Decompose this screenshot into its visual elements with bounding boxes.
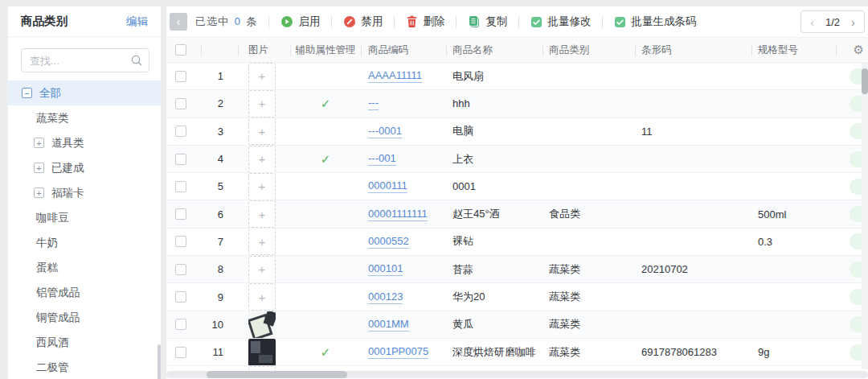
sidebar-tree-node[interactable]: 铝管成品 <box>8 280 161 305</box>
sidebar-tree-node[interactable]: −全部 <box>8 80 161 105</box>
next-page-button[interactable]: › <box>851 15 855 29</box>
product-code-link[interactable]: --- <box>368 97 379 110</box>
product-code-link[interactable]: 00001111111 <box>368 208 428 221</box>
row-checkbox[interactable] <box>175 181 186 192</box>
row-select-cell <box>166 63 201 89</box>
delete-icon <box>406 15 418 28</box>
sidebar-scrollbar[interactable] <box>158 344 161 379</box>
toolbar-button-label: 批量修改 <box>547 14 591 29</box>
row-checkbox[interactable] <box>175 98 186 109</box>
column-header-label[interactable]: 图片 <box>248 43 268 57</box>
collapse-sidebar-button[interactable]: ‹ <box>170 13 187 31</box>
row-checkbox[interactable] <box>175 208 186 220</box>
check-mark-icon: ✓ <box>321 345 331 360</box>
toolbar-button-copy[interactable]: 复制 <box>468 14 507 29</box>
product-image-cell: + <box>238 63 290 89</box>
table-row: 1+AAAA11111电风扇 <box>166 63 868 90</box>
row-checkbox[interactable] <box>175 126 186 137</box>
toolbar-button-batch-edit[interactable]: 批量修改 <box>530 14 591 29</box>
product-image-cell: + <box>238 90 290 117</box>
row-checkbox[interactable] <box>175 291 186 303</box>
row-checkbox[interactable] <box>175 319 186 330</box>
image-upload-placeholder[interactable]: + <box>248 229 276 255</box>
horizontal-scrollbar-thumb[interactable] <box>207 371 347 378</box>
barcode-cell <box>635 146 751 172</box>
row-checkbox[interactable] <box>175 236 186 247</box>
product-code-link[interactable]: ---0001 <box>368 125 402 138</box>
column-header-label[interactable]: 商品编码 <box>368 43 408 57</box>
sidebar-tree-node[interactable]: 西凤酒 <box>8 330 161 355</box>
product-code-link[interactable]: 0001MM <box>368 318 409 332</box>
row-index-cell: 4 <box>201 146 238 172</box>
product-code-link[interactable]: 0001PP0075 <box>368 345 428 359</box>
product-category-cell <box>542 146 635 172</box>
column-header-label[interactable]: 辅助属性管理 <box>296 43 356 57</box>
column-header-label[interactable]: 规格型号 <box>758 43 798 57</box>
select-all-checkbox[interactable] <box>175 44 186 56</box>
product-code-cell: ---0001 <box>361 118 446 145</box>
header-cell: 规格型号 <box>751 38 836 62</box>
row-select-cell <box>166 146 201 172</box>
product-category: 食品类 <box>549 207 580 221</box>
row-checkbox[interactable] <box>175 347 186 358</box>
column-settings-gear-icon[interactable]: ⚙ <box>854 43 864 57</box>
product-code-link[interactable]: 0000552 <box>368 235 409 249</box>
row-checkbox[interactable] <box>175 154 186 165</box>
product-code-cell: 0000552 <box>361 229 446 255</box>
sidebar-tree-node[interactable]: 蛋糕 <box>8 255 161 280</box>
collapse-node-icon[interactable]: − <box>22 88 32 98</box>
image-upload-placeholder[interactable]: + <box>248 90 276 117</box>
plus-icon: + <box>259 208 266 221</box>
expand-node-icon[interactable]: + <box>34 163 44 173</box>
sidebar-tree-node[interactable]: 牛奶 <box>8 230 161 255</box>
vertical-scrollbar-thumb[interactable] <box>862 68 868 94</box>
toolbar-button-disable[interactable]: 禁用 <box>343 14 383 29</box>
expand-node-icon[interactable]: + <box>34 187 44 198</box>
product-thumbnail[interactable] <box>248 311 276 338</box>
edit-categories-link[interactable]: 编辑 <box>126 14 148 29</box>
toolbar-button-batch-barcode[interactable]: 批量生成条码 <box>614 14 696 29</box>
image-upload-placeholder[interactable]: + <box>248 173 276 200</box>
toolbar-button-enable[interactable]: 启用 <box>280 14 320 29</box>
product-code-link[interactable]: 000123 <box>368 290 403 304</box>
image-upload-placeholder[interactable]: + <box>248 63 276 89</box>
sidebar-tree-node[interactable]: 蔬菜类 <box>8 105 161 130</box>
spec-model-cell <box>751 283 836 310</box>
toolbar-button-delete[interactable]: 删除 <box>406 14 444 29</box>
vertical-scrollbar[interactable] <box>862 63 868 369</box>
product-code-link[interactable]: AAAA11111 <box>368 69 422 83</box>
spec-model-cell <box>751 63 836 89</box>
column-header-label[interactable]: 商品类别 <box>549 43 589 57</box>
image-upload-placeholder[interactable]: + <box>248 256 276 282</box>
image-upload-placeholder[interactable]: + <box>248 200 276 227</box>
prev-page-button[interactable]: ‹ <box>810 15 814 29</box>
image-upload-placeholder[interactable]: + <box>248 283 276 310</box>
product-name-cell: 黄瓜 <box>446 311 542 338</box>
sidebar-tree-node[interactable]: 二极管 <box>8 355 161 379</box>
column-header-label[interactable]: 商品名称 <box>452 43 493 57</box>
product-thumbnail[interactable] <box>248 339 276 365</box>
image-upload-placeholder[interactable]: + <box>248 146 276 172</box>
sidebar-tree-node[interactable]: 咖啡豆 <box>8 205 161 230</box>
sidebar-tree-node[interactable]: +道具类 <box>8 130 161 155</box>
image-upload-placeholder[interactable]: + <box>248 118 276 145</box>
spec-model-cell <box>751 256 836 282</box>
product-code-link[interactable]: ---001 <box>368 152 396 166</box>
product-code-cell: AAAA11111 <box>361 63 446 89</box>
tree-node-label: 道具类 <box>51 136 84 150</box>
product-code-link[interactable]: 0000111 <box>368 179 407 193</box>
expand-node-icon[interactable]: + <box>34 138 44 148</box>
sidebar-tree-node[interactable]: +已建成 <box>8 155 161 180</box>
sidebar-tree-node[interactable]: 铜管成品 <box>8 305 161 330</box>
row-checkbox[interactable] <box>175 71 186 82</box>
barcode: 11 <box>641 126 653 138</box>
row-checkbox[interactable] <box>175 264 186 275</box>
column-header-label[interactable]: 条形码 <box>641 43 672 57</box>
row-index: 7 <box>218 236 223 248</box>
product-code-link[interactable]: 000101 <box>368 262 403 276</box>
horizontal-scrollbar[interactable] <box>166 371 868 378</box>
product-name-cell: 电脑 <box>446 118 542 145</box>
sidebar-tree-node[interactable]: +福瑞卡 <box>8 180 161 205</box>
aux-attribute-cell: ✓ <box>290 90 361 117</box>
plus-icon: + <box>259 179 266 193</box>
